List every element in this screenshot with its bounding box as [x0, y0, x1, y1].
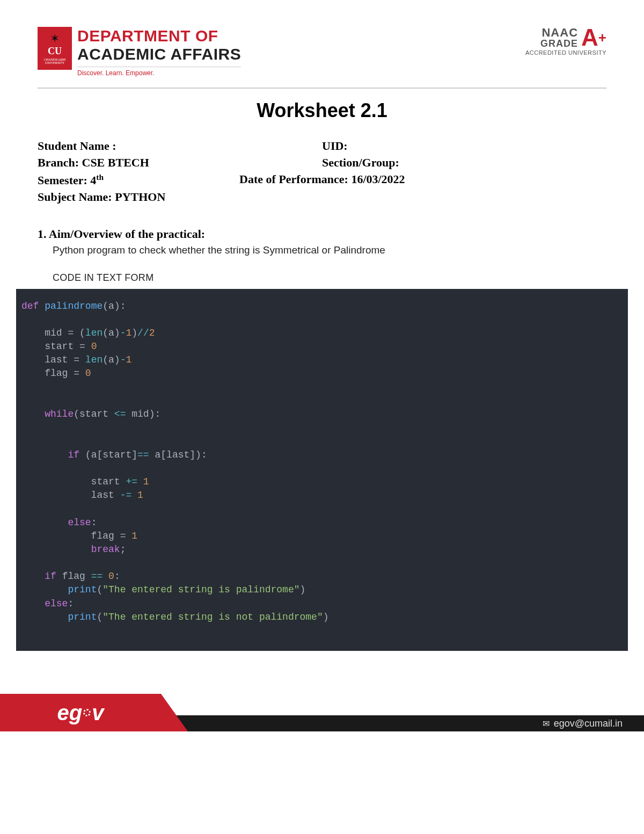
egov-logo: egv: [0, 694, 161, 731]
star-icon: ✶: [50, 33, 60, 45]
naac-text-2: GRADE: [540, 39, 578, 48]
document-header: ✶ CU CHANDIGARH UNIVERSITY DEPARTMENT OF…: [38, 27, 606, 77]
subject-value: PYTHON: [115, 190, 165, 204]
section-aim-heading: 1. Aim/Overview of the practical:: [38, 227, 606, 241]
code-label: CODE IN TEXT FORM: [53, 272, 606, 284]
semester-label: Semester:: [38, 173, 87, 187]
badge-sub-text: CHANDIGARH UNIVERSITY: [38, 58, 72, 64]
page-footer: ✉ egov@cumail.in egv: [0, 667, 644, 731]
naac-text-1: NAAC: [540, 27, 578, 39]
naac-grade: A+: [581, 27, 606, 48]
uid-label: UID:: [322, 139, 348, 153]
left-logo-block: ✶ CU CHANDIGARH UNIVERSITY DEPARTMENT OF…: [38, 27, 241, 77]
subject-label: Subject Name:: [38, 190, 112, 204]
semester-value: 4: [90, 173, 96, 187]
dept-tagline: Discover. Learn. Empower.: [77, 67, 241, 77]
mail-icon: ✉: [543, 719, 550, 729]
department-title: DEPARTMENT OF ACADEMIC AFFAIRS Discover.…: [77, 27, 241, 77]
branch-value: CSE BTECH: [82, 156, 149, 169]
dept-line1: DEPARTMENT OF: [77, 27, 241, 45]
code-block: def palindrome(a): mid = (len(a)-1)//2 s…: [16, 289, 628, 651]
header-rule: [38, 88, 606, 89]
info-block: Student Name : UID: Branch: CSE BTECH Se…: [38, 138, 606, 206]
page-title: Worksheet 2.1: [38, 99, 606, 122]
student-name-label: Student Name :: [38, 139, 116, 153]
badge-cu-text: CU: [48, 46, 62, 57]
dept-line2: ACADEMIC AFFAIRS: [77, 45, 241, 63]
section-label: Section/Group:: [322, 156, 399, 169]
dop-label: Date of Performance:: [239, 172, 348, 186]
semester-sup: th: [96, 172, 104, 182]
gear-icon: [83, 709, 91, 716]
aim-text: Python program to check whether the stri…: [53, 244, 606, 256]
dop-value: 16/03/2022: [351, 172, 405, 186]
naac-badge: NAAC GRADE A+ ACCREDITED UNIVERSITY: [525, 27, 606, 56]
footer-email: egov@cumail.in: [554, 718, 623, 729]
branch-label: Branch:: [38, 156, 79, 169]
cu-badge-icon: ✶ CU CHANDIGARH UNIVERSITY: [38, 27, 72, 70]
